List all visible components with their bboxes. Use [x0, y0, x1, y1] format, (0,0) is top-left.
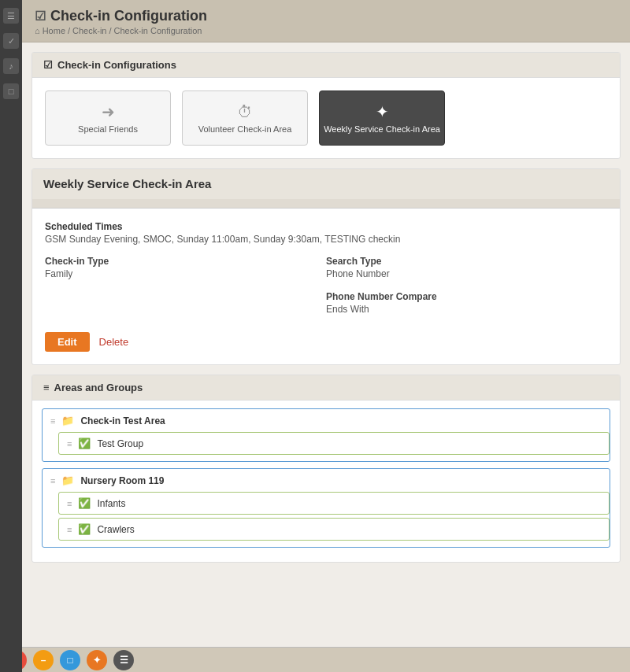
- weekly-label: Weekly Service Check-in Area: [324, 124, 440, 134]
- areas-header-icon: ≡: [43, 382, 50, 393]
- checkin-type-label: Check-in Type: [45, 256, 326, 267]
- taskbar-btn-blue[interactable]: □: [60, 650, 80, 670]
- configurations-title: Check-in Configurations: [57, 59, 176, 71]
- search-type-container: Search Type Phone Number Phone Number Co…: [326, 256, 607, 315]
- page-title-container: ☑ Check-in Configuration: [35, 8, 617, 24]
- group-rows-1: ≡ ✅ Test Group: [43, 432, 610, 461]
- checkin-type-container: Check-in Type Family: [45, 256, 326, 315]
- volunteer-label: Volunteer Check-in Area: [198, 124, 292, 134]
- search-type-value: Phone Number: [326, 268, 607, 279]
- group-row-inner-1: ≡ ✅ Test Group: [59, 433, 609, 454]
- scheduled-times-value: GSM Sunday Evening, SMOC, Sunday 11:00am…: [45, 234, 607, 245]
- configurations-header: ☑ Check-in Configurations: [32, 53, 620, 78]
- home-icon: ⌂: [35, 26, 40, 35]
- weekly-section-header: Weekly Service Check-in Area: [32, 169, 620, 199]
- area-name-2: Nursery Room 119: [80, 475, 164, 486]
- checkin-icon: ☑: [35, 9, 46, 24]
- configurations-section: ☑ Check-in Configurations ➜ Special Frie…: [32, 52, 621, 159]
- delete-button[interactable]: Delete: [99, 336, 129, 348]
- area-row: ≡ 📁 Check-in Test Area ≡ ✅ Test Group: [42, 408, 610, 462]
- area-row-header-1: ≡ 📁 Check-in Test Area: [43, 409, 610, 432]
- folder-icon-2: 📁: [61, 474, 74, 486]
- group-name-infants: Infants: [97, 498, 125, 509]
- breadcrumb-home[interactable]: Home: [43, 26, 65, 35]
- weekly-section: Weekly Service Check-in Area Scheduled T…: [32, 168, 621, 365]
- info-content: Scheduled Times GSM Sunday Evening, SMOC…: [32, 209, 620, 332]
- phone-compare-label: Phone Number Compare: [326, 291, 607, 302]
- group-rows-2: ≡ ✅ Infants ≡ ✅ Crawlers: [43, 492, 610, 547]
- drag-handle-g1[interactable]: ≡: [67, 439, 72, 449]
- group-row: ≡ ✅ Test Group: [58, 432, 610, 455]
- sidebar: ☰ ✓ ♪ □: [0, 0, 22, 672]
- config-card-volunteer[interactable]: ⏱ Volunteer Check-in Area: [182, 90, 308, 146]
- drag-handle-2[interactable]: ≡: [50, 476, 55, 486]
- areas-content: ≡ 📁 Check-in Test Area ≡ ✅ Test Group: [32, 401, 620, 562]
- areas-header: ≡ Areas and Groups: [32, 375, 620, 401]
- group-row-crawlers: ≡ ✅ Crawlers: [58, 518, 610, 541]
- main-content: ☑ Check-in Configuration ⌂ Home / Check-…: [22, 0, 630, 672]
- sidebar-icon-4[interactable]: □: [3, 83, 19, 99]
- config-card-special-friends[interactable]: ➜ Special Friends: [45, 90, 171, 146]
- sidebar-icon-1[interactable]: ☰: [3, 8, 19, 24]
- group-name-1: Test Group: [97, 438, 143, 449]
- search-type-label: Search Type: [326, 256, 607, 267]
- areas-section: ≡ Areas and Groups ≡ 📁 Check-in Test Are…: [32, 375, 621, 563]
- weekly-icon: ✦: [376, 102, 389, 121]
- special-friends-label: Special Friends: [78, 124, 138, 134]
- config-header-icon: ☑: [43, 59, 53, 71]
- config-card-weekly[interactable]: ✦ Weekly Service Check-in Area: [319, 90, 445, 146]
- sidebar-icon-3[interactable]: ♪: [3, 58, 19, 74]
- group-row-inner-infants: ≡ ✅ Infants: [59, 493, 609, 514]
- area-name-1: Check-in Test Area: [80, 415, 165, 426]
- taskbar-btn-orange[interactable]: ✦: [87, 650, 107, 670]
- checkin-type-value: Family: [45, 268, 326, 279]
- sub-header-bar: [32, 199, 620, 209]
- taskbar-btn-dark[interactable]: ☰: [113, 650, 134, 670]
- special-friends-icon: ➜: [102, 102, 115, 121]
- scheduled-times-label: Scheduled Times: [45, 221, 607, 232]
- page-header: ☑ Check-in Configuration ⌂ Home / Check-…: [22, 0, 630, 42]
- info-row-checkin: Check-in Type Family Search Type Phone N…: [45, 256, 607, 315]
- drag-handle-1[interactable]: ≡: [50, 416, 55, 426]
- breadcrumb: ⌂ Home / Check-in / Check-in Configurati…: [35, 26, 617, 35]
- config-cards-container: ➜ Special Friends ⏱ Volunteer Check-in A…: [32, 78, 620, 158]
- phone-compare-value: Ends With: [326, 304, 607, 315]
- edit-button[interactable]: Edit: [45, 332, 90, 352]
- check-circle-1: ✅: [78, 438, 91, 449]
- breadcrumb-checkin[interactable]: Check-in: [72, 26, 106, 35]
- action-buttons: Edit Delete: [32, 332, 620, 364]
- area-row-2: ≡ 📁 Nursery Room 119 ≡ ✅ Infants: [42, 468, 610, 548]
- breadcrumb-current: Check-in Configuration: [114, 26, 202, 35]
- taskbar: ✕ – □ ✦ ☰: [0, 647, 630, 672]
- check-circle-crawlers: ✅: [78, 523, 91, 535]
- group-row-inner-crawlers: ≡ ✅ Crawlers: [59, 519, 609, 540]
- weekly-section-title: Weekly Service Check-in Area: [43, 177, 609, 190]
- folder-icon-1: 📁: [61, 415, 74, 426]
- check-circle-infants: ✅: [78, 497, 91, 509]
- drag-handle-crawlers[interactable]: ≡: [67, 525, 72, 534]
- group-name-crawlers: Crawlers: [97, 524, 134, 535]
- drag-handle-infants[interactable]: ≡: [67, 499, 72, 508]
- group-row-infants: ≡ ✅ Infants: [58, 492, 610, 515]
- area-row-header-2: ≡ 📁 Nursery Room 119: [43, 469, 610, 492]
- page-title: Check-in Configuration: [50, 8, 207, 24]
- sidebar-icon-2[interactable]: ✓: [3, 33, 19, 49]
- volunteer-icon: ⏱: [237, 103, 253, 121]
- taskbar-btn-yellow[interactable]: –: [33, 650, 54, 670]
- areas-header-title: Areas and Groups: [54, 382, 143, 393]
